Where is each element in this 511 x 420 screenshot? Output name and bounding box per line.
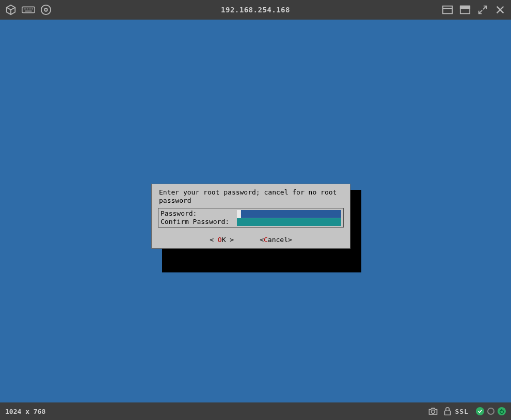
resolution-label: 1024 x 768 bbox=[5, 408, 45, 415]
svg-rect-0 bbox=[22, 7, 35, 12]
cube-icon[interactable] bbox=[4, 3, 18, 17]
camera-icon[interactable] bbox=[427, 406, 439, 417]
lock-icon bbox=[442, 406, 453, 417]
status-dot-connected[interactable] bbox=[476, 407, 484, 415]
power-button[interactable] bbox=[498, 407, 506, 415]
status-bar: 1024 x 768 SSL bbox=[0, 402, 511, 420]
status-dot-idle[interactable] bbox=[487, 408, 494, 415]
cancel-button[interactable]: <Cancel> bbox=[260, 236, 292, 244]
password-input[interactable] bbox=[237, 210, 341, 218]
svg-point-9 bbox=[44, 8, 47, 11]
text-cursor bbox=[237, 210, 241, 218]
password-row: Password: bbox=[161, 209, 341, 218]
svg-point-16 bbox=[431, 410, 435, 414]
svg-rect-13 bbox=[460, 6, 470, 9]
keyboard-icon[interactable] bbox=[22, 3, 35, 17]
close-icon[interactable] bbox=[493, 3, 507, 17]
confirm-password-label: Confirm Password: bbox=[161, 218, 237, 226]
vnc-toolbar: 192.168.254.168 bbox=[0, 0, 511, 20]
svg-rect-17 bbox=[444, 411, 450, 415]
svg-rect-10 bbox=[443, 6, 452, 14]
svg-point-8 bbox=[41, 5, 51, 14]
confirm-password-input[interactable] bbox=[237, 218, 341, 226]
password-fields-box: Password: Confirm Password: bbox=[158, 208, 344, 228]
confirm-password-row: Confirm Password: bbox=[161, 218, 341, 226]
panel-icon[interactable] bbox=[441, 3, 454, 17]
password-label: Password: bbox=[161, 209, 237, 218]
ok-button[interactable]: < OK > bbox=[210, 236, 234, 244]
disc-icon[interactable] bbox=[39, 3, 53, 17]
fullscreen-icon[interactable] bbox=[476, 3, 489, 17]
console-viewport: Enter your root password; cancel for no … bbox=[0, 20, 511, 402]
window-icon[interactable] bbox=[458, 3, 472, 17]
dialog-button-row: < OK > <Cancel> bbox=[154, 236, 348, 244]
dialog-message: Enter your root password; cancel for no … bbox=[158, 187, 344, 207]
ssl-label: SSL bbox=[455, 408, 469, 415]
password-dialog: Enter your root password; cancel for no … bbox=[151, 184, 350, 249]
connection-title: 192.168.254.168 bbox=[221, 6, 290, 14]
